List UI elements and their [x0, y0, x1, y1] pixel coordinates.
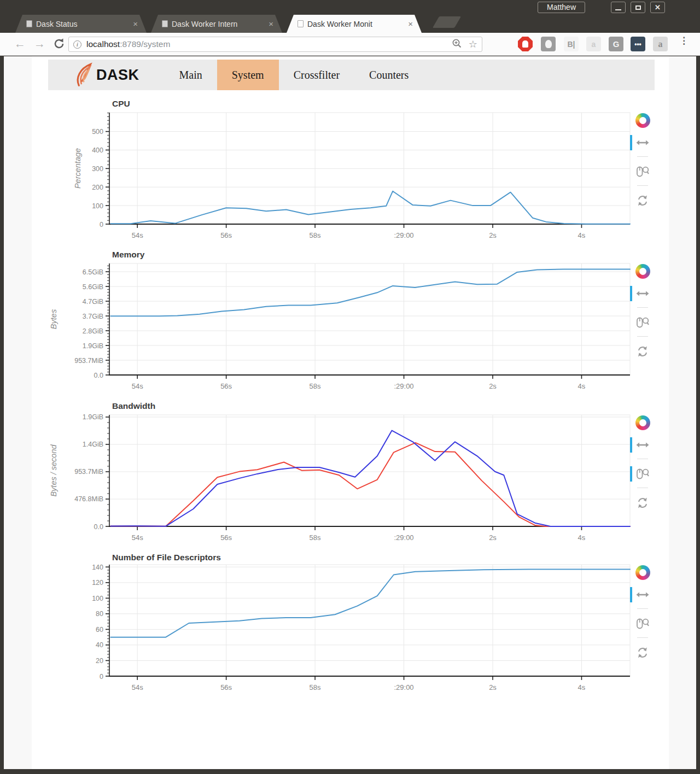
browser-menu-icon[interactable]: ⋮ — [679, 36, 689, 45]
svg-text::29:00: :29:00 — [394, 382, 413, 390]
close-button[interactable]: ✕ — [650, 2, 665, 13]
page-favicon — [26, 20, 32, 27]
a-extension-icon[interactable]: a — [653, 37, 668, 51]
disabled-extension-icon[interactable]: a — [586, 37, 601, 51]
bokeh-logo-icon[interactable] — [635, 113, 650, 128]
svg-text:Percentage: Percentage — [73, 148, 82, 189]
tab-dask-worker-monitor[interactable]: Dask Worker Monit × — [287, 15, 422, 33]
browser-window: Matthew ✕ Dask Status × Dask Worker Inte… — [0, 0, 700, 774]
tab-dask-worker-internal[interactable]: Dask Worker Intern × — [151, 15, 282, 33]
info-icon[interactable]: i — [73, 40, 81, 49]
reset-tool-button[interactable] — [635, 496, 650, 510]
toolbar-divider — [637, 185, 648, 186]
back-icon[interactable]: ← — [14, 37, 26, 50]
svg-text:0.0: 0.0 — [94, 523, 103, 531]
bandwidth-bokeh-toolbar — [632, 415, 653, 510]
svg-text:400: 400 — [92, 146, 103, 154]
tab-close-icon[interactable]: × — [408, 20, 413, 28]
svg-text:56s: 56s — [220, 533, 232, 542]
zoom-in-page-icon[interactable] — [452, 38, 462, 51]
tab-close-icon[interactable]: × — [133, 20, 138, 28]
svg-text:58s: 58s — [310, 231, 321, 239]
pan-tool-button[interactable] — [635, 286, 650, 301]
bandwidth-chart-canvas[interactable]: 0.0476.8MiB953.7MiB1.4GiB1.9GiB54s56s58s… — [49, 407, 633, 549]
wheel-zoom-tool-button[interactable] — [635, 165, 650, 179]
svg-text:500: 500 — [92, 128, 103, 136]
svg-text:1.9GiB: 1.9GiB — [83, 342, 103, 350]
window-titlebar: Matthew ✕ — [0, 0, 700, 15]
bookmark-star-icon[interactable]: ☆ — [469, 39, 477, 49]
file-descriptors-chart-canvas[interactable]: 02040608010012014054s56s58s:29:002s4s — [49, 557, 633, 699]
bokeh-logo-icon[interactable] — [635, 565, 650, 580]
g-extension-icon[interactable]: G — [609, 37, 623, 51]
wheel-zoom-tool-button[interactable] — [635, 315, 650, 330]
forward-icon[interactable]: → — [34, 37, 45, 50]
svg-text:100: 100 — [92, 595, 103, 602]
svg-text:2s: 2s — [489, 683, 497, 691]
toolbar-divider — [637, 608, 648, 609]
svg-text:Bytes / second: Bytes / second — [49, 444, 58, 497]
page-favicon — [298, 20, 304, 27]
wheel-zoom-tool-button[interactable] — [635, 467, 650, 481]
tab-close-icon[interactable]: × — [269, 20, 273, 28]
svg-text:4.7GiB: 4.7GiB — [83, 298, 103, 306]
page-favicon — [162, 20, 168, 27]
memory-bokeh-toolbar — [632, 264, 653, 359]
tab-title: Dask Worker Monit — [307, 20, 405, 28]
svg-text:0: 0 — [100, 673, 103, 681]
svg-text:58s: 58s — [310, 533, 321, 542]
bokeh-logo-icon[interactable] — [635, 264, 650, 279]
svg-text:2.8GiB: 2.8GiB — [83, 327, 103, 335]
svg-text:4s: 4s — [578, 382, 586, 390]
reset-tool-button[interactable] — [635, 194, 650, 208]
reset-tool-button[interactable] — [635, 344, 650, 359]
svg-text:56s: 56s — [220, 382, 232, 390]
ghostery-extension-icon[interactable] — [541, 37, 556, 51]
url-bar[interactable]: i localhost:8789/system ☆ — [68, 37, 482, 52]
toolbar-divider — [637, 156, 648, 157]
tab-dask-status[interactable]: Dask Status × — [15, 15, 147, 33]
svg-text:60: 60 — [96, 626, 103, 634]
user-badge[interactable]: Matthew — [538, 2, 585, 13]
pan-tool-button[interactable] — [635, 588, 650, 602]
maximize-button[interactable] — [631, 2, 645, 13]
svg-text:953.7MiB: 953.7MiB — [74, 468, 103, 476]
svg-text:Bytes: Bytes — [49, 309, 58, 329]
svg-text::29:00: :29:00 — [394, 533, 413, 542]
svg-text:0: 0 — [100, 221, 103, 228]
adblock-extension-icon[interactable] — [518, 37, 533, 51]
toolbar-divider — [637, 637, 648, 638]
svg-text:56s: 56s — [220, 231, 232, 239]
svg-text:200: 200 — [92, 184, 103, 191]
svg-text:54s: 54s — [132, 382, 143, 390]
b-extension-icon[interactable]: B| — [564, 37, 579, 51]
svg-text:1.9GiB: 1.9GiB — [83, 413, 103, 421]
svg-text:80: 80 — [96, 610, 103, 618]
memory-chart-canvas[interactable]: 0.0953.7MiB1.9GiB2.8GiB3.7GiB4.7GiB5.6Gi… — [49, 256, 633, 398]
toolbar-divider — [637, 488, 648, 488]
svg-text:4s: 4s — [578, 231, 586, 239]
svg-text:300: 300 — [92, 165, 103, 173]
minimize-button[interactable] — [611, 2, 626, 13]
svg-text:4s: 4s — [578, 683, 586, 691]
svg-text:5.6GiB: 5.6GiB — [83, 283, 103, 291]
tab-title: Dask Worker Intern — [172, 20, 265, 28]
wheel-zoom-tool-button[interactable] — [635, 617, 650, 631]
password-manager-extension-icon[interactable]: ••• — [631, 37, 645, 51]
tab-title: Dask Status — [36, 20, 130, 28]
pan-tool-button[interactable] — [635, 438, 650, 452]
svg-text:58s: 58s — [310, 683, 321, 691]
svg-text:476.8MiB: 476.8MiB — [74, 495, 103, 503]
svg-text:100: 100 — [92, 202, 103, 210]
cpu-chart-canvas[interactable]: 010020030040050054s56s58s:29:002s4sPerce… — [49, 105, 633, 247]
tab-strip: Dask Status × Dask Worker Intern × Dask … — [0, 15, 700, 33]
url-host: localhost — [86, 39, 120, 49]
new-tab-button[interactable] — [433, 16, 461, 28]
reset-tool-button[interactable] — [635, 646, 650, 660]
reload-icon[interactable] — [52, 37, 66, 52]
pan-tool-button[interactable] — [635, 136, 650, 150]
toolbar-divider — [637, 336, 648, 337]
svg-text:953.7MiB: 953.7MiB — [74, 357, 103, 365]
url-text[interactable]: localhost:8789/system — [86, 39, 170, 49]
bokeh-logo-icon[interactable] — [635, 415, 650, 430]
